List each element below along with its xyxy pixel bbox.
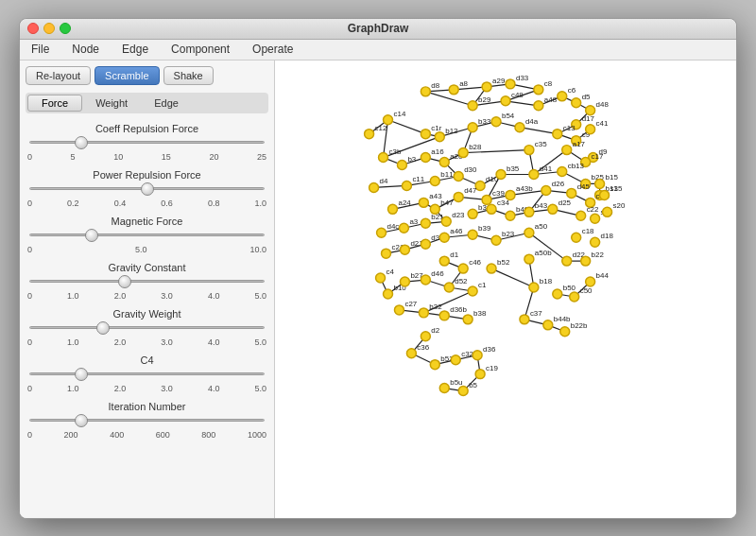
node-circle (384, 114, 393, 124)
graph-node[interactable]: d23 (441, 211, 465, 226)
graph-node[interactable]: a43b (506, 184, 533, 199)
graph-node[interactable]: b43 (524, 201, 548, 216)
graph-node[interactable]: d25 (548, 199, 572, 214)
graph-node[interactable]: d8 (421, 80, 439, 95)
node-circle (534, 84, 543, 94)
graph-node[interactable]: c32 (451, 349, 473, 364)
slider-magnetic-force-input[interactable] (29, 229, 265, 242)
node-label: b22 (592, 251, 605, 259)
graph-node[interactable]: s20 (603, 201, 626, 216)
graph-node[interactable]: b11 (430, 170, 454, 185)
graph-node[interactable]: b52 (487, 258, 510, 273)
graph-node[interactable]: a46 (439, 227, 463, 242)
slider-coeff-repulsion-input[interactable] (29, 136, 265, 149)
menu-file[interactable]: File (27, 41, 53, 58)
graph-node[interactable]: b28 (458, 142, 482, 157)
graph-node[interactable]: c35 (524, 139, 547, 154)
graph-node[interactable]: c46 (458, 258, 481, 273)
graph-node[interactable]: c11 (402, 175, 424, 190)
node-circle (529, 283, 539, 292)
node-label: cb13 (568, 161, 585, 169)
slider-gravity-constant-input[interactable] (29, 275, 265, 288)
graph-node[interactable]: d33 (506, 73, 529, 88)
graph-node[interactable]: d45 (567, 182, 591, 198)
menu-operate[interactable]: Operate (249, 41, 297, 58)
node-circle (558, 166, 567, 176)
graph-node[interactable]: c4 (376, 268, 395, 283)
graph-node[interactable]: b27 (400, 271, 423, 286)
graph-node[interactable]: c1 (468, 281, 487, 296)
graph-node[interactable]: b23 (491, 230, 515, 245)
node-circle (439, 233, 449, 242)
slider-gravity-weight-input[interactable] (29, 321, 265, 335)
slider-power-repulsion-input[interactable] (29, 182, 265, 196)
graph-node[interactable]: c37 (520, 308, 542, 323)
graph-node[interactable]: b44 (586, 271, 610, 286)
scramble-button[interactable]: Scramble (94, 66, 159, 85)
graph-node[interactable]: c17 (581, 151, 604, 166)
graph-node[interactable]: d2 (421, 325, 439, 340)
menu-edge[interactable]: Edge (118, 41, 152, 58)
shake-button[interactable]: Shake (163, 66, 214, 85)
graph-node[interactable]: a48 (534, 95, 558, 110)
maximize-button[interactable] (60, 23, 71, 34)
graph-node[interactable]: d4 (369, 177, 388, 192)
graph-node[interactable]: c36 (406, 342, 429, 357)
slider-iteration-number-input[interactable] (29, 414, 265, 427)
graph-node[interactable]: a17 (562, 139, 586, 154)
slider-c4-input[interactable] (29, 368, 265, 381)
graph-node[interactable]: a29 (482, 76, 506, 91)
node-circle (475, 181, 485, 190)
relayout-button[interactable]: Re-layout (26, 66, 91, 85)
node-circle (534, 100, 543, 110)
graph-node[interactable]: d26 (541, 180, 565, 195)
tab-edge[interactable]: Edge (141, 95, 192, 112)
tab-weight[interactable]: Weight (82, 95, 141, 112)
graph-node[interactable]: d21 (400, 239, 423, 254)
graph-node[interactable]: cb13 (558, 161, 585, 176)
slider-iteration-number-container (26, 414, 268, 430)
graph-node[interactable]: d10 (475, 175, 499, 190)
node-circle (475, 369, 485, 378)
graph-node[interactable]: a8 (449, 78, 468, 94)
slider-power-repulsion-scale: 00.20.40.60.81.0 (26, 199, 268, 208)
graph-node[interactable]: b3 (397, 154, 416, 169)
node-label: b18 (540, 277, 553, 285)
slider-c4-container (26, 368, 268, 384)
node-circle (444, 283, 454, 292)
close-button[interactable] (27, 23, 39, 34)
graph-node[interactable]: a24 (388, 199, 412, 214)
graph-node[interactable]: b29 (468, 95, 491, 110)
graph-node[interactable]: d47 (454, 186, 477, 201)
node-label: d1 (450, 251, 458, 259)
node-circle (421, 275, 430, 285)
graph-node[interactable]: a50 (524, 222, 548, 237)
graph-node[interactable]: b35 (496, 164, 520, 179)
node-label: a50b (535, 249, 552, 257)
graph-node[interactable]: c12 (365, 123, 387, 138)
node-label: b50 (563, 283, 576, 291)
graph-node[interactable]: b54 (491, 111, 515, 126)
node-label: d4a (525, 116, 539, 125)
graph-node[interactable]: a43 (419, 192, 442, 207)
menu-node[interactable]: Node (68, 41, 103, 58)
graph-node[interactable]: d4c (377, 222, 400, 237)
graph-node[interactable]: b47 (430, 199, 454, 214)
graph-node[interactable]: a50b (524, 249, 552, 264)
graph-node[interactable]: b39 (468, 224, 491, 239)
minimize-button[interactable] (43, 23, 55, 34)
node-label: d41 (540, 164, 553, 172)
node-label: c39 (492, 189, 505, 198)
graph-node[interactable]: b33 (468, 116, 491, 131)
node-circle (376, 273, 386, 283)
graph-node[interactable]: b21 (421, 213, 444, 228)
graph-node[interactable]: c27 (394, 299, 417, 314)
graph-node[interactable]: d48 (586, 99, 610, 114)
node-label: a50 (535, 222, 548, 231)
graph-node[interactable]: d36 (472, 344, 496, 359)
tab-force[interactable]: Force (27, 95, 82, 112)
graph-node[interactable]: c8 (534, 78, 553, 94)
graph-node[interactable]: b22b (560, 320, 588, 336)
graph-node[interactable]: a3 (399, 217, 418, 233)
menu-component[interactable]: Component (167, 41, 233, 58)
